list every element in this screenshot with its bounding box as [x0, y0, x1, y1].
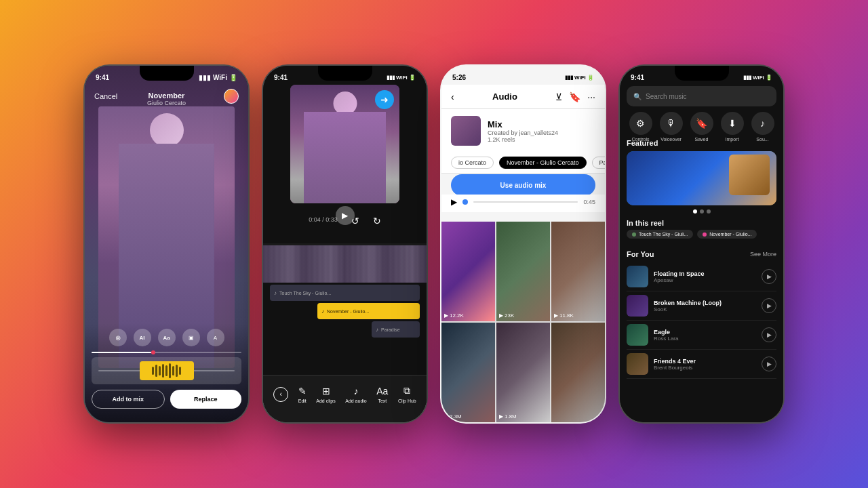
play-btn-1[interactable]: ▶ — [762, 298, 776, 313]
play-btn-2[interactable]: ▶ — [762, 327, 776, 342]
grid-cell-5[interactable]: ▶ 1.8M — [496, 323, 550, 422]
music-item-0[interactable]: Floating In Space Apesaw ▶ — [627, 262, 776, 291]
dot-1 — [693, 209, 697, 214]
saved-item[interactable]: 🔖 Saved — [690, 112, 713, 142]
reel-pill-1[interactable]: Touch The Sky - Giuli... — [627, 230, 693, 239]
waveform-area[interactable] — [92, 357, 241, 384]
time-display: 0:04 / 0:33 — [309, 216, 338, 223]
video-preview: ➜ — [290, 85, 399, 203]
grid-cell-6[interactable] — [551, 323, 605, 422]
toolbar-clip-hub[interactable]: ⧉ Clip Hub — [398, 385, 416, 403]
grid-cell-3[interactable]: ▶ 11.8K — [551, 222, 605, 321]
song-artist: Giulio Cercato — [147, 100, 186, 106]
phone1-screen: Cancel November Giulio Cercato ⊗ AI Aa ▣… — [85, 66, 248, 422]
grid-cell-1[interactable]: ▶ 12.2K — [441, 222, 495, 321]
grid-cell-4[interactable]: ▶ 2.3M — [441, 323, 495, 422]
see-more-btn[interactable]: See More — [750, 251, 776, 258]
music-item-1[interactable]: Broken Machine (Loop) SooK ▶ — [627, 291, 776, 321]
phone3-notch — [496, 66, 551, 81]
go-btn[interactable]: ➜ — [375, 90, 394, 109]
playback-row: ▶ 0:45 — [441, 195, 605, 212]
phone1-notch — [140, 66, 194, 81]
dot-3 — [707, 209, 711, 214]
music-item-3[interactable]: Friends 4 Ever Brent Bourgeois ▶ — [627, 350, 776, 379]
back-arrow[interactable]: ‹ — [451, 92, 454, 102]
phone1-icon-row: ⊗ AI Aa ▣ A — [92, 329, 241, 346]
film-strip — [263, 245, 427, 283]
grid-cell-2[interactable]: ▶ 23K — [496, 222, 550, 321]
mix-row: Mix Created by jean_vallets24 1.2K reels — [451, 116, 595, 146]
reel-pill-2[interactable]: November - Giulio... — [697, 230, 757, 239]
music-item-2[interactable]: Eagle Ross Lara ▶ — [627, 321, 776, 350]
music-artist-1: SooK — [654, 306, 756, 312]
sou-icon: ♪ — [751, 112, 774, 135]
toolbar-add-audio[interactable]: ♪ Add audio — [345, 386, 367, 403]
progress-bar[interactable] — [92, 352, 241, 353]
play-icon[interactable]: ▶ — [451, 197, 457, 207]
toolbar-add-clips-label: Add clips — [316, 399, 335, 403]
mix-reels: 1.2K reels — [488, 136, 558, 143]
audio-track1-inner: ♪ Touch The Sky - Giulio... — [270, 285, 420, 301]
text-icon[interactable]: Aa — [158, 329, 176, 346]
toolbar-add-clips[interactable]: ⊞ Add clips — [316, 386, 335, 403]
redo-icon[interactable]: ↻ — [373, 216, 381, 226]
more-icon2[interactable]: ··· — [587, 92, 595, 102]
import-label: Import — [726, 137, 739, 142]
add-to-mix-btn[interactable]: Add to mix — [92, 390, 165, 409]
phone4: 9:41 ▮▮▮ WiFi 🔋 🔍 Search music ⚙ Control… — [618, 64, 785, 424]
tab0[interactable]: io Cercato — [451, 157, 494, 169]
play-btn-0[interactable]: ▶ — [762, 269, 776, 284]
in-reel-label: In this reel — [627, 219, 664, 227]
mix-title: Mix — [488, 119, 558, 129]
audio-track1: ♪ Touch The Sky - Giulio... — [263, 285, 427, 301]
toolbar-edit[interactable]: ✎ Edit — [298, 386, 307, 403]
voiceover-item[interactable]: 🎙 Voiceover — [660, 112, 683, 142]
clip-icon[interactable]: ▣ — [182, 329, 200, 346]
progress-bar2[interactable] — [473, 201, 578, 203]
playback-time: 0:45 — [583, 199, 595, 205]
mix-creator: Created by jean_vallets24 — [488, 129, 558, 136]
toolbar-text[interactable]: Aa Text — [376, 386, 388, 403]
phone1-wrapper: 9:41 ▮▮▮ WiFi 🔋 Cancel November — [83, 64, 250, 424]
play-btn-3[interactable]: ▶ — [762, 357, 776, 371]
filter-icon[interactable]: ⊻ — [555, 92, 562, 102]
ai-icon[interactable]: AI — [134, 329, 151, 346]
sou-label: Sou... — [756, 137, 768, 142]
phone4-icon-row: ⚙ Controls 🎙 Voiceover 🔖 Saved ⬇ Import … — [620, 112, 783, 142]
stop-icon[interactable]: ⊗ — [109, 329, 127, 346]
bookmark-icon[interactable]: 🔖 — [569, 92, 580, 102]
music-thumb-2 — [627, 324, 648, 346]
featured-card[interactable]: Revel Justin Hunt — [627, 151, 776, 205]
timeline-controls: ▶ 0:04 / 0:33 ↺ ↻ — [263, 214, 427, 228]
sou-item[interactable]: ♪ Sou... — [751, 112, 774, 142]
music-title-3: Friends 4 Ever — [654, 358, 756, 365]
play-btn[interactable]: ▶ — [336, 206, 355, 225]
dot-2 — [700, 209, 704, 214]
search-bar[interactable]: 🔍 Search music — [627, 86, 776, 106]
phone1-status-icons: ▮▮▮ WiFi 🔋 — [199, 74, 237, 81]
import-item[interactable]: ⬇ Import — [721, 112, 744, 142]
toolbar-edit-label: Edit — [298, 399, 307, 403]
reel-song-2: November - Giulio... — [709, 232, 751, 237]
clip-hub-icon: ⧉ — [403, 385, 410, 396]
controls-item[interactable]: ⚙ Controls — [629, 112, 652, 142]
phone4-wrapper: 9:41 ▮▮▮ WiFi 🔋 🔍 Search music ⚙ Control… — [618, 64, 785, 424]
use-audio-mix-btn[interactable]: Use audio mix — [451, 174, 595, 196]
phone3-screen: ‹ Audio ⊻ 🔖 ··· Mix Created by jean_vall… — [441, 66, 605, 422]
dots-row — [620, 209, 783, 214]
text-icon2: Aa — [376, 386, 388, 396]
nav-icons: ⊻ 🔖 ··· — [555, 92, 595, 102]
more-icon[interactable]: A — [207, 329, 224, 346]
tab2[interactable]: Paradise - — [592, 157, 605, 169]
back-btn[interactable]: ‹ — [273, 387, 288, 402]
music-info-0: Floating In Space Apesaw — [654, 270, 756, 283]
replace-btn[interactable]: Replace — [170, 390, 242, 409]
phone1-song-info: November Giulio Cercato — [85, 92, 248, 106]
reel-song-1: Touch The Sky - Giuli... — [639, 232, 688, 237]
tab1[interactable]: November - Giulio Cercato — [499, 157, 587, 169]
phone3-time: 5:26 — [452, 74, 466, 81]
phone1-time: 9:41 — [96, 74, 109, 81]
music-list: Floating In Space Apesaw ▶ Broken Machin… — [627, 262, 776, 379]
phone2-bottom-toolbar: ‹ ✎ Edit ⊞ Add clips ♪ Add audio Aa Text — [263, 375, 427, 422]
track2-label: November - Giulio... — [327, 309, 369, 314]
